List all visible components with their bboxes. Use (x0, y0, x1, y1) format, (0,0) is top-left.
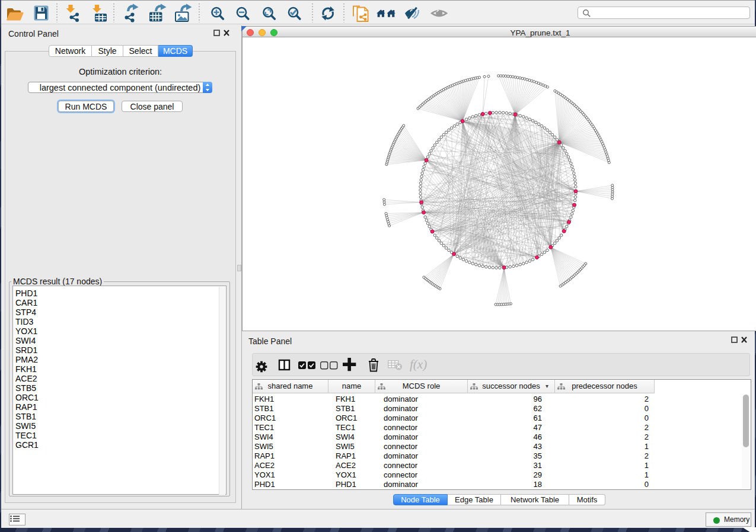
svg-text:f(x): f(x) (410, 357, 427, 371)
